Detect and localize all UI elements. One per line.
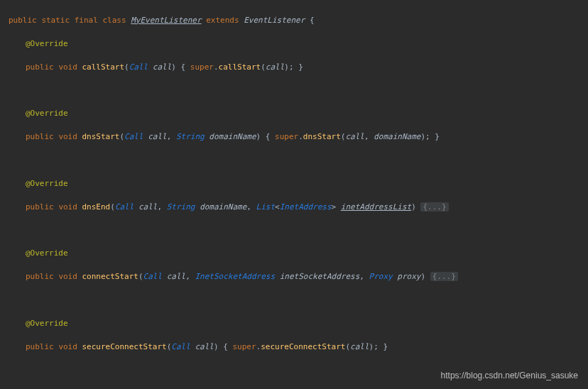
- code-editor[interactable]: public static final class MyEventListene…: [0, 0, 588, 389]
- code-line: public void callStart(Call call) { super…: [9, 62, 588, 74]
- code-line: public static final class MyEventListene…: [9, 15, 588, 27]
- code-line: @Override: [9, 38, 588, 50]
- code-line: @Override: [9, 108, 588, 120]
- code-line: [9, 225, 588, 236]
- code-line: [9, 85, 588, 97]
- code-line: public void secureConnectStart(Call call…: [9, 341, 588, 354]
- code-line: @Override: [9, 248, 588, 260]
- fold-indicator[interactable]: {...}: [430, 272, 458, 281]
- code-line: public void connectStart(Call call, Inet…: [9, 271, 588, 283]
- code-line: [9, 155, 588, 166]
- code-line: [9, 295, 588, 306]
- fold-indicator[interactable]: {...}: [420, 202, 448, 212]
- code-line: @Override: [9, 178, 588, 190]
- code-line: public void dnsEnd(Call call, String dom…: [9, 202, 588, 214]
- watermark-text: https://blog.csdn.net/Genius_sasuke: [441, 369, 578, 382]
- code-line: @Override: [9, 318, 588, 330]
- code-line: public void dnsStart(Call call, String d…: [9, 131, 588, 143]
